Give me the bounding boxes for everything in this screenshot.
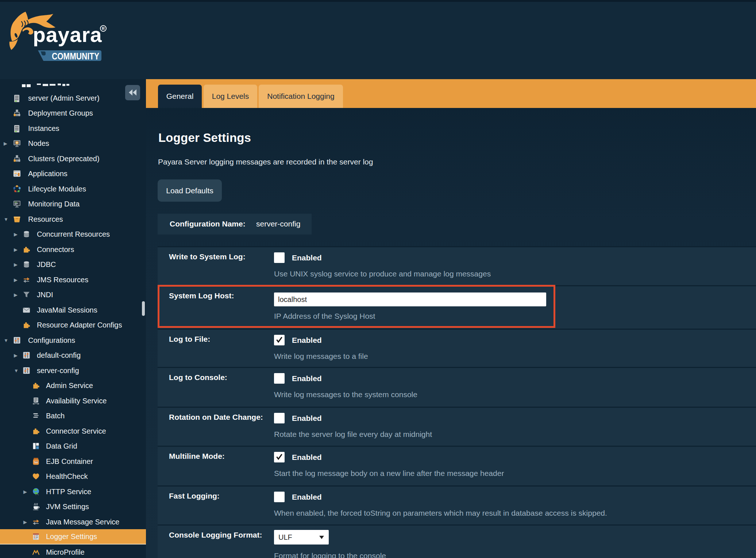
svg-text:JAR: JAR — [34, 461, 38, 463]
svg-text:COMMUNITY: COMMUNITY — [52, 51, 99, 61]
